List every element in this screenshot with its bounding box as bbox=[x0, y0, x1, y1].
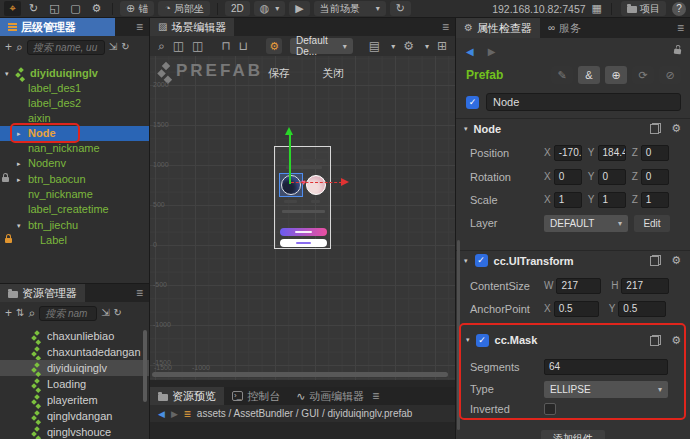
scene-select-dropdown[interactable]: 当前场景 ▾ bbox=[314, 1, 386, 16]
lock-icon[interactable] bbox=[2, 177, 9, 182]
expand-arrow-icon[interactable]: ▾ bbox=[5, 66, 9, 81]
gizmo-toggle-button[interactable]: ⚙ bbox=[266, 38, 282, 54]
assets-search-input[interactable] bbox=[39, 306, 97, 321]
unlock-icon[interactable] bbox=[674, 48, 682, 54]
move-tool-icon[interactable]: ⌖ bbox=[4, 1, 21, 16]
gear-icon[interactable]: ⚙ bbox=[671, 255, 681, 266]
qr-code-icon[interactable]: ▦ bbox=[592, 3, 602, 14]
mask-section-header[interactable]: ▾ ✓ cc.Mask ⚙ bbox=[456, 330, 690, 350]
scale-z-field[interactable]: 1 bbox=[641, 192, 669, 208]
panel-menu-icon[interactable]: ≡ bbox=[136, 20, 143, 34]
prefab-apply-button[interactable]: ⊘ bbox=[659, 66, 681, 84]
position-z-field[interactable]: 0 bbox=[641, 145, 669, 161]
grid-icon[interactable]: ⊞ bbox=[437, 40, 447, 52]
tree-row-root[interactable]: ▾ diyiduiqinglv bbox=[0, 66, 150, 81]
gear-icon[interactable]: ⚙ bbox=[671, 335, 681, 346]
distribute-top-icon[interactable]: ⊓ bbox=[221, 40, 230, 52]
anchorpoint-x-field[interactable]: 0.5 bbox=[554, 301, 599, 317]
docs-icon[interactable] bbox=[650, 255, 661, 266]
asset-row[interactable]: chaxunliebiao bbox=[0, 328, 150, 344]
asset-row-selected[interactable]: diyiduiqinglv bbox=[0, 360, 150, 376]
prefab-unlink-button[interactable]: & bbox=[578, 66, 600, 84]
rotation-x-field[interactable]: 0 bbox=[554, 169, 582, 185]
tree-row[interactable]: ▸ btn_baocun bbox=[0, 172, 150, 187]
tree-row[interactable]: Label bbox=[0, 233, 150, 248]
play-button[interactable]: ▶ bbox=[289, 1, 309, 16]
align-right-icon[interactable]: ◫ bbox=[192, 40, 203, 52]
inspector-scrollbar[interactable] bbox=[457, 240, 460, 430]
expand-arrow-icon[interactable]: ▸ bbox=[17, 156, 21, 171]
view-2d-toggle[interactable]: 2D bbox=[225, 1, 250, 16]
asset-row[interactable]: playeritem bbox=[0, 392, 150, 408]
add-component-button[interactable]: 添加组件 bbox=[541, 430, 605, 439]
node-active-checkbox[interactable]: ✓ bbox=[466, 96, 479, 109]
asset-row[interactable]: qinglvdangan bbox=[0, 408, 150, 424]
tab-services[interactable]: ∞ 服务 bbox=[540, 18, 589, 38]
rect-tool-icon[interactable]: ▢ bbox=[67, 1, 84, 16]
prefab-locate-button[interactable]: ⊕ bbox=[605, 66, 627, 84]
gizmo-settings-icon[interactable]: ⚙ bbox=[88, 1, 105, 16]
tab-console[interactable]: ›_ 控制台 bbox=[224, 387, 288, 405]
contentsize-h-field[interactable]: 217 bbox=[621, 278, 669, 294]
anchorpoint-y-field[interactable]: 0.5 bbox=[618, 301, 666, 317]
layer-dropdown[interactable]: DEFAULT ▾ bbox=[544, 215, 628, 232]
expand-arrow-icon[interactable]: ▸ bbox=[17, 126, 21, 141]
panel-menu-icon[interactable]: ≡ bbox=[136, 286, 143, 300]
tree-row[interactable]: nv_nickname bbox=[0, 187, 150, 202]
view-mode-dropdown[interactable]: ◍ ▾ bbox=[254, 1, 286, 16]
asset-row[interactable]: Loading bbox=[0, 376, 150, 392]
node-section-header[interactable]: ▾ Node ⚙ bbox=[456, 118, 690, 138]
expand-arrow-icon[interactable]: ▾ bbox=[464, 257, 468, 265]
hierarchy-search-input[interactable] bbox=[27, 40, 105, 55]
tree-row-node-selected[interactable]: ▸ Node bbox=[0, 126, 150, 141]
tab-hierarchy[interactable]: 层级管理器 bbox=[0, 18, 115, 36]
tree-row[interactable]: ▸ Nodenv bbox=[0, 156, 150, 171]
coordinate-toggle[interactable]: ◔ 局部坐 bbox=[158, 1, 210, 16]
tree-row[interactable]: label_createtime bbox=[0, 202, 150, 217]
forward-icon[interactable]: ▶ bbox=[171, 409, 178, 419]
docs-icon[interactable] bbox=[650, 123, 661, 134]
prefab-edit-button[interactable]: ✎ bbox=[551, 66, 573, 84]
scene-canvas[interactable]: PREFAB 保存 关闭 2000 1500 1000 500 0 -500 -… bbox=[150, 56, 455, 380]
uitransform-section-header[interactable]: ▾ ✓ cc.UITransform ⚙ bbox=[456, 250, 690, 270]
expand-arrow-icon[interactable]: ▸ bbox=[17, 172, 21, 187]
align-left-icon[interactable]: ◫ bbox=[173, 40, 184, 52]
asset-breadcrumb[interactable]: ◀ ▶ ≡ assets / AssetBundler / GUI / diyi… bbox=[150, 405, 455, 422]
project-button[interactable]: 项目 bbox=[621, 1, 666, 16]
gizmo-y-axis-line[interactable] bbox=[289, 135, 291, 184]
search-filter-icon[interactable]: ⌕ bbox=[16, 41, 23, 53]
help-button[interactable]: ? bbox=[672, 2, 686, 16]
collapse-all-icon[interactable]: ⇲ bbox=[101, 308, 109, 318]
tab-inspector[interactable]: ⚙ 属性检查器 bbox=[456, 18, 540, 38]
back-icon[interactable]: ◀ bbox=[158, 409, 165, 419]
expand-arrow-icon[interactable]: ▾ bbox=[464, 125, 468, 133]
card-primary-button[interactable] bbox=[280, 228, 327, 236]
expand-arrow-icon[interactable]: ▾ bbox=[466, 336, 470, 344]
pivot-toggle[interactable]: ⊕ 锚 bbox=[120, 1, 154, 16]
gear-icon[interactable]: ⚙ bbox=[671, 123, 681, 134]
layer-edit-button[interactable]: Edit bbox=[634, 215, 670, 232]
panel-menu-icon[interactable]: ≡ bbox=[442, 20, 449, 34]
gizmo-y-axis-arrow[interactable] bbox=[285, 127, 293, 135]
collapse-all-icon[interactable]: ⇲ bbox=[109, 42, 117, 52]
add-asset-button[interactable]: + bbox=[5, 307, 12, 319]
prefab-sync-button[interactable]: ⟳ bbox=[632, 66, 654, 84]
left-avatar[interactable] bbox=[281, 175, 301, 195]
canvas-h-scrollbar[interactable] bbox=[152, 372, 448, 377]
node-name-input[interactable] bbox=[486, 93, 681, 111]
zoom-icon[interactable]: ⌕ bbox=[158, 40, 165, 52]
panel-menu-icon[interactable]: ≡ bbox=[677, 21, 684, 35]
tree-row[interactable]: aixin bbox=[0, 111, 150, 126]
assets-scrollbar[interactable] bbox=[143, 330, 147, 402]
right-avatar[interactable] bbox=[306, 175, 326, 195]
nav-back-icon[interactable]: ◀ bbox=[466, 46, 474, 57]
sort-icon[interactable]: ⇅ bbox=[16, 308, 24, 318]
refresh-icon[interactable]: ↻ bbox=[121, 42, 129, 52]
tab-assets[interactable]: 资源管理器 bbox=[0, 284, 85, 302]
mask-type-dropdown[interactable]: ELLIPSE ▾ bbox=[544, 381, 668, 398]
distribute-bottom-icon[interactable]: ⊔ bbox=[239, 40, 248, 52]
lock-icon[interactable] bbox=[5, 238, 12, 243]
scene-settings-icon[interactable]: ⚙ bbox=[403, 40, 414, 52]
tree-row[interactable]: label_des2 bbox=[0, 96, 150, 111]
search-filter-icon[interactable]: ⌕ bbox=[28, 307, 35, 319]
